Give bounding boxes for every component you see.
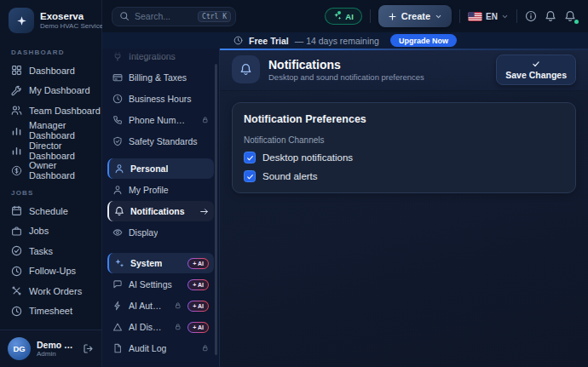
sidebar-item-label: Follow-Ups [29, 266, 76, 276]
sidebar-item-follow-ups[interactable]: Follow-Ups [0, 261, 101, 282]
settings-item-personal[interactable]: Personal [107, 158, 214, 179]
triangle-icon [112, 322, 123, 332]
users-icon [11, 105, 22, 116]
user-icon [114, 163, 124, 174]
search-box[interactable]: Ctrl K [112, 7, 236, 26]
settings-item-label: Business Hours [129, 94, 192, 104]
search-input[interactable] [135, 11, 193, 21]
settings-item-label: Safety Standards [129, 136, 198, 146]
notifications-bell-icon[interactable] [564, 10, 576, 22]
page-title: Notifications [268, 57, 424, 72]
settings-item-integrations[interactable]: Integrations [107, 49, 214, 66]
lock-icon [201, 116, 210, 124]
user-card[interactable]: DG Demo Guid... Admin [0, 330, 101, 367]
settings-item-safety-standards[interactable]: Safety Standards [107, 131, 214, 152]
sidebar-item-schedule[interactable]: Schedule [0, 201, 101, 221]
plug-icon [112, 51, 123, 61]
sidebar-item-label: My Dashboard [29, 85, 90, 95]
desktop-notifications-checkbox-row[interactable]: Desktop notifications [244, 152, 564, 163]
settings-item-display[interactable]: Display [107, 222, 214, 243]
save-changes-button[interactable]: Save Changes [496, 54, 576, 85]
sidebar-item-dashboard[interactable]: Dashboard [0, 60, 101, 81]
checkbox-label: Sound alerts [262, 171, 318, 181]
ai-button-label: AI [345, 12, 354, 21]
checkbox-label: Desktop notifications [262, 152, 353, 163]
checkbox-checked-icon[interactable] [244, 152, 256, 163]
settings-item-business-hours[interactable]: Business Hours [107, 89, 214, 109]
sidebar-item-team-dashboard[interactable]: Team Dashboard [0, 100, 101, 121]
clock-icon [112, 94, 123, 104]
upgrade-now-button[interactable]: Upgrade Now [390, 34, 457, 47]
search-icon [119, 11, 130, 21]
settings-item-system[interactable]: System+ AI [107, 253, 214, 273]
settings-item-notifications[interactable]: Notifications [107, 201, 214, 221]
channels-label: Notification Channels [244, 135, 564, 145]
settings-item-billing-taxes[interactable]: Billing & Taxes [107, 67, 214, 88]
language-selector[interactable]: EN [468, 12, 509, 21]
nav-section-label-dashboard: DASHBOARD [0, 40, 101, 60]
sidebar-item-timesheet[interactable]: Timesheet [0, 301, 101, 322]
settings-item-label: Personal [130, 163, 168, 174]
doc-icon [112, 343, 123, 353]
sidebar-item-label: Jobs [29, 226, 49, 236]
sidebar-item-label: Tasks [29, 246, 53, 256]
brand: Exoserva Demo HVAC Services [0, 0, 101, 40]
ai-badge: + AI [187, 279, 209, 290]
ai-badge: + AI [187, 322, 209, 333]
sidebar-item-director-dashboard[interactable]: Director Dashboard [0, 140, 101, 161]
sidebar-item-work-orders[interactable]: Work Orders [0, 281, 101, 301]
logout-icon[interactable] [83, 343, 94, 354]
sound-alerts-checkbox-row[interactable]: Sound alerts [244, 170, 564, 182]
create-button[interactable]: Create [378, 5, 452, 27]
sidebar-item-my-dashboard[interactable]: My Dashboard [0, 81, 101, 101]
settings-item-ai-settings[interactable]: AI Settings+ AI [107, 274, 214, 295]
info-icon[interactable] [525, 10, 537, 22]
sidebar-item-tasks[interactable]: Tasks [0, 241, 101, 261]
brand-logo-sparkle-icon [9, 8, 34, 33]
trial-label: Free Trial [249, 36, 289, 46]
bar-chart-icon [11, 145, 22, 156]
briefcase-icon [11, 226, 22, 237]
settings-item-ai-automation[interactable]: AI Automation+ AI [107, 295, 214, 316]
notification-dot [574, 20, 579, 24]
eye-icon [112, 227, 123, 238]
sidebar-item-label: Schedule [29, 206, 68, 216]
nav-section-label-jobs: JOBS [0, 181, 101, 201]
settings-item-my-profile[interactable]: My Profile [107, 180, 214, 200]
dollar-circle-icon [11, 165, 22, 176]
settings-scrollbar[interactable] [215, 64, 217, 355]
settings-item-ai-dispatch[interactable]: AI Dispatch+ AI [107, 317, 214, 337]
lock-icon [201, 344, 210, 353]
phone-icon [112, 115, 123, 125]
lock-icon [174, 301, 182, 310]
user-icon [112, 185, 123, 195]
checkbox-checked-icon[interactable] [244, 170, 256, 182]
settings-item-label: Audit Log [129, 343, 166, 353]
settings-item-audit-log[interactable]: Audit Log [107, 338, 214, 358]
primary-sidebar: Exoserva Demo HVAC Services DASHBOARDDas… [0, 0, 102, 367]
sidebar-item-jobs[interactable]: Jobs [0, 221, 101, 242]
trial-remaining: — 14 days remaining [295, 36, 379, 46]
tools-icon [11, 285, 22, 296]
settings-item-label: Phone Numbers [129, 115, 189, 125]
settings-item-label: AI Settings [129, 279, 172, 290]
settings-item-label: System [130, 258, 162, 268]
sparkles-icon [114, 258, 124, 268]
us-flag-icon [468, 12, 482, 21]
sidebar-item-manager-dashboard[interactable]: Manager Dashboard [0, 121, 101, 141]
clock-icon [233, 36, 243, 45]
topbar: Ctrl K AI Create EN [102, 0, 588, 32]
sidebar-item-owner-dashboard[interactable]: Owner Dashboard [0, 161, 101, 181]
chevron-down-icon [435, 13, 442, 20]
sidebar-item-label: Team Dashboard [29, 106, 101, 116]
ai-assistant-button[interactable]: AI [325, 8, 362, 25]
page-body: Notification Preferences Notification Ch… [220, 91, 588, 367]
calendar-icon [11, 205, 22, 216]
sidebar-item-label: Manager Dashboard [29, 120, 101, 140]
settings-sidebar: IntegrationsBilling & TaxesBusiness Hour… [102, 49, 220, 367]
brand-subtitle: Demo HVAC Services [40, 22, 107, 31]
bar-chart-icon [11, 125, 22, 136]
settings-item-label: AI Dispatch [129, 322, 162, 332]
settings-item-phone-numbers[interactable]: Phone Numbers [107, 110, 214, 130]
announcements-bell-icon[interactable] [545, 10, 556, 22]
